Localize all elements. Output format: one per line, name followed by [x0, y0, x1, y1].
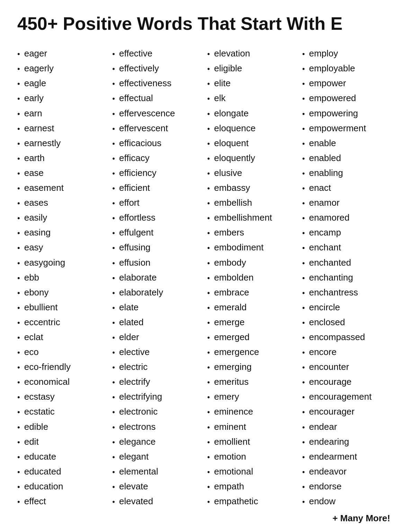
- list-item: effervescent: [112, 122, 204, 134]
- list-item: enclosed: [302, 316, 394, 328]
- list-item: embassy: [207, 182, 299, 194]
- list-item: earnestly: [17, 137, 109, 149]
- list-item: eco-friendly: [17, 361, 109, 373]
- list-item: economical: [17, 376, 109, 388]
- list-item: ebullient: [17, 301, 109, 313]
- list-item: encourage: [302, 376, 394, 388]
- list-item: encore: [302, 346, 394, 358]
- list-item: enchanting: [302, 272, 394, 284]
- list-item: effortless: [112, 212, 204, 224]
- list-item: earn: [17, 107, 109, 119]
- list-item: endearment: [302, 451, 394, 463]
- list-item: elusive: [207, 167, 299, 179]
- list-item: emotion: [207, 451, 299, 463]
- list-item: emeritus: [207, 376, 299, 388]
- list-item: encourager: [302, 406, 394, 418]
- list-item: elemental: [112, 466, 204, 478]
- list-item: effusion: [112, 257, 204, 269]
- list-item: easygoing: [17, 257, 109, 269]
- list-item: embellishment: [207, 212, 299, 224]
- list-item: elk: [207, 92, 299, 104]
- list-item: effectual: [112, 92, 204, 104]
- list-item: eagerly: [17, 62, 109, 74]
- list-item: electrifying: [112, 391, 204, 403]
- list-item: elate: [112, 301, 204, 313]
- list-item: employ: [302, 47, 394, 60]
- list-item: effulgent: [112, 227, 204, 239]
- list-item: effort: [112, 197, 204, 209]
- list-item: emerging: [207, 361, 299, 373]
- list-item: embers: [207, 227, 299, 239]
- word-list-col1: eagereagerlyeagleearlyearnearnestearnest…: [17, 47, 109, 510]
- list-item: effectiveness: [112, 77, 204, 89]
- list-item: enchant: [302, 241, 394, 254]
- list-item: edit: [17, 436, 109, 448]
- list-item: educate: [17, 451, 109, 463]
- list-item: eloquently: [207, 152, 299, 164]
- list-item: elegant: [112, 451, 204, 463]
- list-item: enabling: [302, 167, 394, 179]
- list-item: elevate: [112, 480, 204, 493]
- list-item: embodiment: [207, 241, 299, 254]
- list-item: earnest: [17, 122, 109, 134]
- list-item: educated: [17, 466, 109, 478]
- list-item: employable: [302, 62, 394, 74]
- list-item: emerged: [207, 331, 299, 343]
- list-item: elective: [112, 346, 204, 358]
- list-item: elated: [112, 316, 204, 328]
- list-item: encompassed: [302, 331, 394, 343]
- list-item: ebb: [17, 272, 109, 284]
- list-item: encounter: [302, 361, 394, 373]
- list-item: easing: [17, 227, 109, 239]
- list-item: empath: [207, 480, 299, 493]
- list-item: embody: [207, 257, 299, 269]
- page-title: 450+ Positive Words That Start With E: [17, 14, 394, 34]
- list-item: empowerment: [302, 122, 394, 134]
- list-item: enabled: [302, 152, 394, 164]
- list-item: eagle: [17, 77, 109, 89]
- list-item: endear: [302, 421, 394, 433]
- word-columns: eagereagerlyeagleearlyearnearnestearnest…: [17, 47, 394, 510]
- word-list-col2: effectiveeffectivelyeffectivenesseffectu…: [112, 47, 204, 510]
- list-item: emerald: [207, 301, 299, 313]
- list-item: encircle: [302, 301, 394, 313]
- list-item: encouragement: [302, 391, 394, 403]
- list-item: embolden: [207, 272, 299, 284]
- list-item: easily: [17, 212, 109, 224]
- list-item: effervescence: [112, 107, 204, 119]
- list-item: eccentric: [17, 316, 109, 328]
- list-item: easy: [17, 241, 109, 254]
- list-item: endeavor: [302, 466, 394, 478]
- list-item: empathetic: [207, 495, 299, 507]
- list-item: effusing: [112, 241, 204, 254]
- list-item: empowering: [302, 107, 394, 119]
- list-item: eager: [17, 47, 109, 60]
- list-item: ease: [17, 167, 109, 179]
- list-item: elegance: [112, 436, 204, 448]
- list-item: endow: [302, 495, 394, 507]
- list-item: endearing: [302, 436, 394, 448]
- list-item: encamp: [302, 227, 394, 239]
- list-item: emollient: [207, 436, 299, 448]
- list-item: elder: [112, 331, 204, 343]
- list-item: education: [17, 480, 109, 493]
- list-item: early: [17, 92, 109, 104]
- list-item: electrons: [112, 421, 204, 433]
- list-item: embrace: [207, 286, 299, 299]
- list-item: enamor: [302, 197, 394, 209]
- list-item: empower: [302, 77, 394, 89]
- list-item: elaborately: [112, 286, 204, 299]
- word-list-col4: employemployableempowerempoweredempoweri…: [302, 47, 394, 510]
- list-item: eloquence: [207, 122, 299, 134]
- list-item: elevated: [112, 495, 204, 507]
- list-item: eminent: [207, 421, 299, 433]
- list-item: effective: [112, 47, 204, 60]
- list-item: emerge: [207, 316, 299, 328]
- more-text: + Many More!: [17, 513, 394, 524]
- list-item: eclat: [17, 331, 109, 343]
- list-item: electric: [112, 361, 204, 373]
- list-item: efficiency: [112, 167, 204, 179]
- list-item: eligible: [207, 62, 299, 74]
- list-item: elevation: [207, 47, 299, 60]
- list-item: ecstatic: [17, 406, 109, 418]
